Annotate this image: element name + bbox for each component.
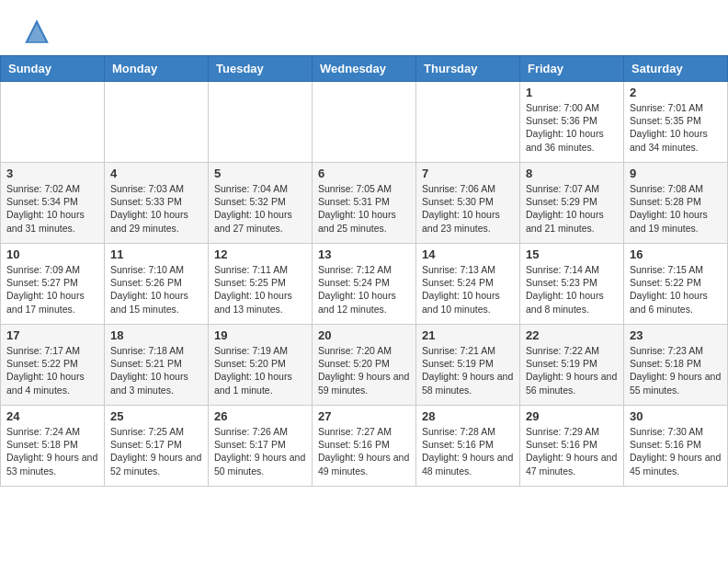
cell-content: Sunrise: 7:08 AM Sunset: 5:28 PM Dayligh… <box>630 182 722 235</box>
calendar-cell: 9Sunrise: 7:08 AM Sunset: 5:28 PM Daylig… <box>624 163 728 244</box>
calendar-cell: 17Sunrise: 7:17 AM Sunset: 5:22 PM Dayli… <box>1 325 105 406</box>
cell-content: Sunrise: 7:15 AM Sunset: 5:22 PM Dayligh… <box>630 263 722 316</box>
logo <box>22 17 55 46</box>
cell-content: Sunrise: 7:18 AM Sunset: 5:21 PM Dayligh… <box>110 344 202 396</box>
week-row-3: 10Sunrise: 7:09 AM Sunset: 5:27 PM Dayli… <box>1 244 728 325</box>
cell-content: Sunrise: 7:07 AM Sunset: 5:29 PM Dayligh… <box>526 182 618 235</box>
calendar-cell: 15Sunrise: 7:14 AM Sunset: 5:23 PM Dayli… <box>520 244 624 325</box>
day-number: 1 <box>526 86 618 99</box>
day-header-monday: Monday <box>105 56 209 82</box>
day-header-thursday: Thursday <box>416 56 520 82</box>
cell-content: Sunrise: 7:22 AM Sunset: 5:19 PM Dayligh… <box>526 344 618 396</box>
day-number: 24 <box>6 409 98 423</box>
calendar-cell: 14Sunrise: 7:13 AM Sunset: 5:24 PM Dayli… <box>416 244 520 325</box>
day-header-friday: Friday <box>520 56 624 82</box>
calendar-cell: 3Sunrise: 7:02 AM Sunset: 5:34 PM Daylig… <box>1 163 105 244</box>
calendar-cell: 1Sunrise: 7:00 AM Sunset: 5:36 PM Daylig… <box>520 82 624 163</box>
cell-content: Sunrise: 7:20 AM Sunset: 5:20 PM Dayligh… <box>318 344 410 396</box>
calendar-cell: 24Sunrise: 7:24 AM Sunset: 5:18 PM Dayli… <box>1 406 105 487</box>
calendar-cell: 26Sunrise: 7:26 AM Sunset: 5:17 PM Dayli… <box>209 406 313 487</box>
calendar-cell: 23Sunrise: 7:23 AM Sunset: 5:18 PM Dayli… <box>624 325 728 406</box>
day-number: 4 <box>110 167 202 180</box>
cell-content: Sunrise: 7:19 AM Sunset: 5:20 PM Dayligh… <box>214 344 306 396</box>
calendar-cell: 8Sunrise: 7:07 AM Sunset: 5:29 PM Daylig… <box>520 163 624 244</box>
calendar-cell: 19Sunrise: 7:19 AM Sunset: 5:20 PM Dayli… <box>209 325 313 406</box>
calendar-cell <box>1 82 105 163</box>
day-number: 11 <box>110 247 202 261</box>
day-number: 21 <box>422 328 514 342</box>
calendar-cell: 27Sunrise: 7:27 AM Sunset: 5:16 PM Dayli… <box>313 406 416 487</box>
cell-content: Sunrise: 7:09 AM Sunset: 5:27 PM Dayligh… <box>6 263 98 316</box>
week-row-1: 1Sunrise: 7:00 AM Sunset: 5:36 PM Daylig… <box>1 82 728 163</box>
calendar-cell: 22Sunrise: 7:22 AM Sunset: 5:19 PM Dayli… <box>520 325 624 406</box>
day-number: 17 <box>6 328 98 342</box>
calendar-cell: 7Sunrise: 7:06 AM Sunset: 5:30 PM Daylig… <box>416 163 520 244</box>
day-number: 27 <box>318 409 410 423</box>
cell-content: Sunrise: 7:06 AM Sunset: 5:30 PM Dayligh… <box>422 182 514 235</box>
day-number: 8 <box>526 167 618 180</box>
cell-content: Sunrise: 7:21 AM Sunset: 5:19 PM Dayligh… <box>422 344 514 396</box>
day-number: 15 <box>526 247 618 261</box>
cell-content: Sunrise: 7:25 AM Sunset: 5:17 PM Dayligh… <box>110 425 202 477</box>
cell-content: Sunrise: 7:01 AM Sunset: 5:35 PM Dayligh… <box>630 101 722 154</box>
cell-content: Sunrise: 7:10 AM Sunset: 5:26 PM Dayligh… <box>110 263 202 316</box>
day-number: 25 <box>110 409 202 423</box>
cell-content: Sunrise: 7:02 AM Sunset: 5:34 PM Dayligh… <box>6 182 98 235</box>
calendar-cell: 25Sunrise: 7:25 AM Sunset: 5:17 PM Dayli… <box>105 406 209 487</box>
cell-content: Sunrise: 7:29 AM Sunset: 5:16 PM Dayligh… <box>526 425 618 477</box>
day-number: 28 <box>422 409 514 423</box>
header <box>0 0 728 55</box>
cell-content: Sunrise: 7:03 AM Sunset: 5:33 PM Dayligh… <box>110 182 202 235</box>
week-row-4: 17Sunrise: 7:17 AM Sunset: 5:22 PM Dayli… <box>1 325 728 406</box>
day-number: 23 <box>630 328 722 342</box>
day-number: 18 <box>110 328 202 342</box>
week-row-2: 3Sunrise: 7:02 AM Sunset: 5:34 PM Daylig… <box>1 163 728 244</box>
day-number: 14 <box>422 247 514 261</box>
day-number: 3 <box>6 167 98 180</box>
cell-content: Sunrise: 7:11 AM Sunset: 5:25 PM Dayligh… <box>214 263 306 316</box>
logo-icon <box>22 17 51 46</box>
calendar-cell: 4Sunrise: 7:03 AM Sunset: 5:33 PM Daylig… <box>105 163 209 244</box>
calendar-cell: 28Sunrise: 7:28 AM Sunset: 5:16 PM Dayli… <box>416 406 520 487</box>
calendar-header-row: SundayMondayTuesdayWednesdayThursdayFrid… <box>1 56 728 82</box>
calendar-cell <box>209 82 313 163</box>
calendar-cell: 29Sunrise: 7:29 AM Sunset: 5:16 PM Dayli… <box>520 406 624 487</box>
day-number: 30 <box>630 409 722 423</box>
day-header-sunday: Sunday <box>1 56 105 82</box>
cell-content: Sunrise: 7:13 AM Sunset: 5:24 PM Dayligh… <box>422 263 514 316</box>
cell-content: Sunrise: 7:23 AM Sunset: 5:18 PM Dayligh… <box>630 344 722 396</box>
day-number: 16 <box>630 247 722 261</box>
calendar-cell: 16Sunrise: 7:15 AM Sunset: 5:22 PM Dayli… <box>624 244 728 325</box>
day-number: 29 <box>526 409 618 423</box>
cell-content: Sunrise: 7:27 AM Sunset: 5:16 PM Dayligh… <box>318 425 410 477</box>
cell-content: Sunrise: 7:17 AM Sunset: 5:22 PM Dayligh… <box>6 344 98 396</box>
calendar-cell <box>313 82 416 163</box>
calendar-cell <box>416 82 520 163</box>
day-header-wednesday: Wednesday <box>313 56 416 82</box>
day-number: 12 <box>214 247 306 261</box>
calendar-cell <box>105 82 209 163</box>
calendar-cell: 13Sunrise: 7:12 AM Sunset: 5:24 PM Dayli… <box>313 244 416 325</box>
cell-content: Sunrise: 7:04 AM Sunset: 5:32 PM Dayligh… <box>214 182 306 235</box>
cell-content: Sunrise: 7:12 AM Sunset: 5:24 PM Dayligh… <box>318 263 410 316</box>
cell-content: Sunrise: 7:30 AM Sunset: 5:16 PM Dayligh… <box>630 425 722 477</box>
calendar-cell: 30Sunrise: 7:30 AM Sunset: 5:16 PM Dayli… <box>624 406 728 487</box>
calendar-cell: 5Sunrise: 7:04 AM Sunset: 5:32 PM Daylig… <box>209 163 313 244</box>
calendar-cell: 12Sunrise: 7:11 AM Sunset: 5:25 PM Dayli… <box>209 244 313 325</box>
calendar-cell: 10Sunrise: 7:09 AM Sunset: 5:27 PM Dayli… <box>1 244 105 325</box>
week-row-5: 24Sunrise: 7:24 AM Sunset: 5:18 PM Dayli… <box>1 406 728 487</box>
calendar-cell: 11Sunrise: 7:10 AM Sunset: 5:26 PM Dayli… <box>105 244 209 325</box>
cell-content: Sunrise: 7:26 AM Sunset: 5:17 PM Dayligh… <box>214 425 306 477</box>
calendar-cell: 20Sunrise: 7:20 AM Sunset: 5:20 PM Dayli… <box>313 325 416 406</box>
day-number: 20 <box>318 328 410 342</box>
day-number: 22 <box>526 328 618 342</box>
cell-content: Sunrise: 7:24 AM Sunset: 5:18 PM Dayligh… <box>6 425 98 477</box>
day-number: 26 <box>214 409 306 423</box>
day-number: 7 <box>422 167 514 180</box>
day-number: 5 <box>214 167 306 180</box>
cell-content: Sunrise: 7:14 AM Sunset: 5:23 PM Dayligh… <box>526 263 618 316</box>
cell-content: Sunrise: 7:05 AM Sunset: 5:31 PM Dayligh… <box>318 182 410 235</box>
day-number: 10 <box>6 247 98 261</box>
day-number: 2 <box>630 86 722 99</box>
day-header-tuesday: Tuesday <box>209 56 313 82</box>
